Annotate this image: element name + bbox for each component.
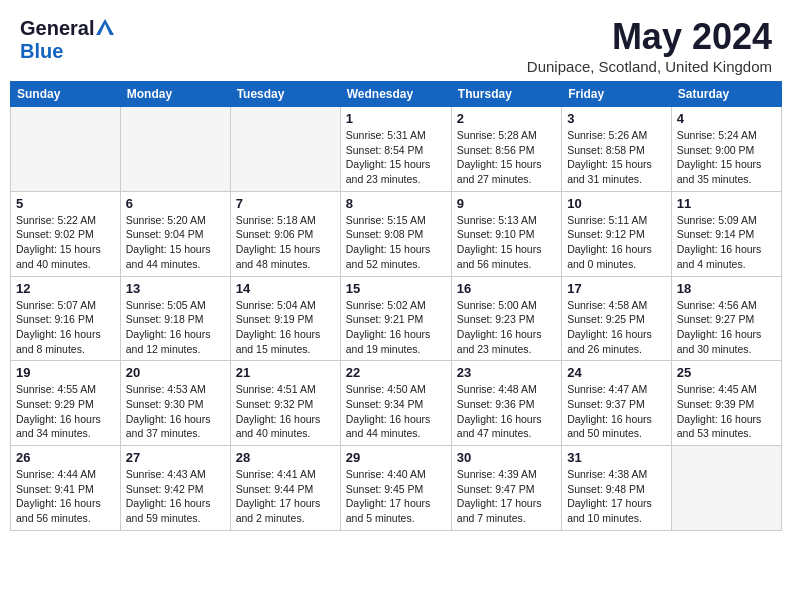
day-number: 24 bbox=[567, 365, 666, 380]
location-text: Dunipace, Scotland, United Kingdom bbox=[527, 58, 772, 75]
calendar-cell: 16Sunrise: 5:00 AMSunset: 9:23 PMDayligh… bbox=[451, 276, 561, 361]
calendar-cell: 28Sunrise: 4:41 AMSunset: 9:44 PMDayligh… bbox=[230, 446, 340, 531]
calendar-cell: 25Sunrise: 4:45 AMSunset: 9:39 PMDayligh… bbox=[671, 361, 781, 446]
day-number: 20 bbox=[126, 365, 225, 380]
day-info: Sunrise: 5:04 AMSunset: 9:19 PMDaylight:… bbox=[236, 298, 335, 357]
day-info: Sunrise: 4:41 AMSunset: 9:44 PMDaylight:… bbox=[236, 467, 335, 526]
day-number: 7 bbox=[236, 196, 335, 211]
title-section: May 2024 Dunipace, Scotland, United King… bbox=[527, 16, 772, 75]
calendar-cell bbox=[671, 446, 781, 531]
weekday-header-friday: Friday bbox=[562, 82, 672, 107]
day-number: 23 bbox=[457, 365, 556, 380]
calendar-cell: 3Sunrise: 5:26 AMSunset: 8:58 PMDaylight… bbox=[562, 107, 672, 192]
calendar-cell: 29Sunrise: 4:40 AMSunset: 9:45 PMDayligh… bbox=[340, 446, 451, 531]
day-number: 31 bbox=[567, 450, 666, 465]
day-number: 2 bbox=[457, 111, 556, 126]
day-number: 30 bbox=[457, 450, 556, 465]
day-info: Sunrise: 5:20 AMSunset: 9:04 PMDaylight:… bbox=[126, 213, 225, 272]
day-number: 21 bbox=[236, 365, 335, 380]
day-number: 17 bbox=[567, 281, 666, 296]
calendar-cell bbox=[120, 107, 230, 192]
day-info: Sunrise: 5:07 AMSunset: 9:16 PMDaylight:… bbox=[16, 298, 115, 357]
day-number: 4 bbox=[677, 111, 776, 126]
calendar-cell: 11Sunrise: 5:09 AMSunset: 9:14 PMDayligh… bbox=[671, 191, 781, 276]
day-number: 6 bbox=[126, 196, 225, 211]
day-info: Sunrise: 4:38 AMSunset: 9:48 PMDaylight:… bbox=[567, 467, 666, 526]
day-number: 27 bbox=[126, 450, 225, 465]
calendar-cell: 31Sunrise: 4:38 AMSunset: 9:48 PMDayligh… bbox=[562, 446, 672, 531]
calendar-cell: 12Sunrise: 5:07 AMSunset: 9:16 PMDayligh… bbox=[11, 276, 121, 361]
day-info: Sunrise: 4:50 AMSunset: 9:34 PMDaylight:… bbox=[346, 382, 446, 441]
calendar-cell: 18Sunrise: 4:56 AMSunset: 9:27 PMDayligh… bbox=[671, 276, 781, 361]
day-info: Sunrise: 5:05 AMSunset: 9:18 PMDaylight:… bbox=[126, 298, 225, 357]
calendar-cell bbox=[11, 107, 121, 192]
calendar-cell: 22Sunrise: 4:50 AMSunset: 9:34 PMDayligh… bbox=[340, 361, 451, 446]
logo-blue-text: Blue bbox=[20, 40, 63, 62]
day-info: Sunrise: 5:09 AMSunset: 9:14 PMDaylight:… bbox=[677, 213, 776, 272]
day-info: Sunrise: 4:39 AMSunset: 9:47 PMDaylight:… bbox=[457, 467, 556, 526]
day-number: 19 bbox=[16, 365, 115, 380]
day-number: 10 bbox=[567, 196, 666, 211]
day-number: 11 bbox=[677, 196, 776, 211]
day-info: Sunrise: 5:22 AMSunset: 9:02 PMDaylight:… bbox=[16, 213, 115, 272]
day-number: 18 bbox=[677, 281, 776, 296]
day-info: Sunrise: 5:15 AMSunset: 9:08 PMDaylight:… bbox=[346, 213, 446, 272]
day-number: 13 bbox=[126, 281, 225, 296]
calendar-week-row: 12Sunrise: 5:07 AMSunset: 9:16 PMDayligh… bbox=[11, 276, 782, 361]
day-number: 29 bbox=[346, 450, 446, 465]
calendar-cell: 5Sunrise: 5:22 AMSunset: 9:02 PMDaylight… bbox=[11, 191, 121, 276]
calendar-cell: 20Sunrise: 4:53 AMSunset: 9:30 PMDayligh… bbox=[120, 361, 230, 446]
logo-triangle-icon bbox=[96, 18, 114, 40]
day-number: 3 bbox=[567, 111, 666, 126]
page-header: General Blue May 2024 Dunipace, Scotland… bbox=[10, 10, 782, 75]
day-info: Sunrise: 5:18 AMSunset: 9:06 PMDaylight:… bbox=[236, 213, 335, 272]
calendar-cell: 17Sunrise: 4:58 AMSunset: 9:25 PMDayligh… bbox=[562, 276, 672, 361]
day-info: Sunrise: 4:56 AMSunset: 9:27 PMDaylight:… bbox=[677, 298, 776, 357]
calendar-cell: 19Sunrise: 4:55 AMSunset: 9:29 PMDayligh… bbox=[11, 361, 121, 446]
calendar-cell: 4Sunrise: 5:24 AMSunset: 9:00 PMDaylight… bbox=[671, 107, 781, 192]
month-title: May 2024 bbox=[527, 16, 772, 58]
calendar-week-row: 19Sunrise: 4:55 AMSunset: 9:29 PMDayligh… bbox=[11, 361, 782, 446]
calendar-cell: 9Sunrise: 5:13 AMSunset: 9:10 PMDaylight… bbox=[451, 191, 561, 276]
day-info: Sunrise: 5:26 AMSunset: 8:58 PMDaylight:… bbox=[567, 128, 666, 187]
calendar-week-row: 26Sunrise: 4:44 AMSunset: 9:41 PMDayligh… bbox=[11, 446, 782, 531]
day-info: Sunrise: 4:55 AMSunset: 9:29 PMDaylight:… bbox=[16, 382, 115, 441]
weekday-header-thursday: Thursday bbox=[451, 82, 561, 107]
weekday-header-row: SundayMondayTuesdayWednesdayThursdayFrid… bbox=[11, 82, 782, 107]
day-info: Sunrise: 5:02 AMSunset: 9:21 PMDaylight:… bbox=[346, 298, 446, 357]
calendar-cell: 13Sunrise: 5:05 AMSunset: 9:18 PMDayligh… bbox=[120, 276, 230, 361]
day-number: 12 bbox=[16, 281, 115, 296]
weekday-header-monday: Monday bbox=[120, 82, 230, 107]
day-info: Sunrise: 4:43 AMSunset: 9:42 PMDaylight:… bbox=[126, 467, 225, 526]
logo: General Blue bbox=[20, 16, 114, 63]
day-number: 15 bbox=[346, 281, 446, 296]
calendar-cell bbox=[230, 107, 340, 192]
calendar-week-row: 5Sunrise: 5:22 AMSunset: 9:02 PMDaylight… bbox=[11, 191, 782, 276]
calendar-cell: 15Sunrise: 5:02 AMSunset: 9:21 PMDayligh… bbox=[340, 276, 451, 361]
calendar-cell: 2Sunrise: 5:28 AMSunset: 8:56 PMDaylight… bbox=[451, 107, 561, 192]
day-number: 28 bbox=[236, 450, 335, 465]
day-number: 25 bbox=[677, 365, 776, 380]
day-info: Sunrise: 4:40 AMSunset: 9:45 PMDaylight:… bbox=[346, 467, 446, 526]
day-number: 1 bbox=[346, 111, 446, 126]
calendar-cell: 26Sunrise: 4:44 AMSunset: 9:41 PMDayligh… bbox=[11, 446, 121, 531]
day-info: Sunrise: 5:24 AMSunset: 9:00 PMDaylight:… bbox=[677, 128, 776, 187]
day-info: Sunrise: 4:48 AMSunset: 9:36 PMDaylight:… bbox=[457, 382, 556, 441]
calendar-cell: 7Sunrise: 5:18 AMSunset: 9:06 PMDaylight… bbox=[230, 191, 340, 276]
calendar-cell: 14Sunrise: 5:04 AMSunset: 9:19 PMDayligh… bbox=[230, 276, 340, 361]
day-number: 22 bbox=[346, 365, 446, 380]
day-info: Sunrise: 4:44 AMSunset: 9:41 PMDaylight:… bbox=[16, 467, 115, 526]
day-info: Sunrise: 5:31 AMSunset: 8:54 PMDaylight:… bbox=[346, 128, 446, 187]
day-info: Sunrise: 5:11 AMSunset: 9:12 PMDaylight:… bbox=[567, 213, 666, 272]
calendar-cell: 8Sunrise: 5:15 AMSunset: 9:08 PMDaylight… bbox=[340, 191, 451, 276]
day-info: Sunrise: 4:58 AMSunset: 9:25 PMDaylight:… bbox=[567, 298, 666, 357]
day-number: 14 bbox=[236, 281, 335, 296]
weekday-header-sunday: Sunday bbox=[11, 82, 121, 107]
calendar-cell: 24Sunrise: 4:47 AMSunset: 9:37 PMDayligh… bbox=[562, 361, 672, 446]
day-number: 8 bbox=[346, 196, 446, 211]
day-info: Sunrise: 5:13 AMSunset: 9:10 PMDaylight:… bbox=[457, 213, 556, 272]
calendar-cell: 27Sunrise: 4:43 AMSunset: 9:42 PMDayligh… bbox=[120, 446, 230, 531]
calendar-table: SundayMondayTuesdayWednesdayThursdayFrid… bbox=[10, 81, 782, 531]
weekday-header-saturday: Saturday bbox=[671, 82, 781, 107]
calendar-cell: 21Sunrise: 4:51 AMSunset: 9:32 PMDayligh… bbox=[230, 361, 340, 446]
